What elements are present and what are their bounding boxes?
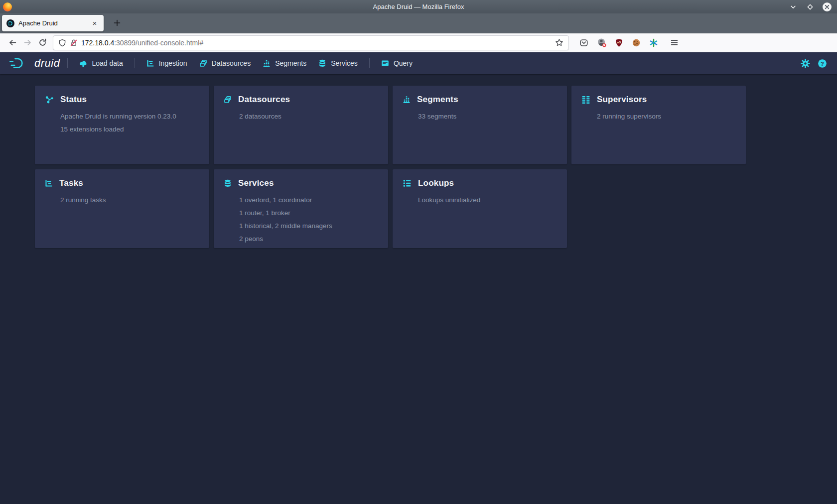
stacked-chart-icon — [403, 96, 411, 104]
browser-toolbar: 172.18.0.4:30899/unified-console.html# u… — [0, 33, 837, 52]
nav-divider — [67, 58, 68, 68]
close-circle-icon — [822, 2, 832, 12]
help-icon[interactable]: ? — [818, 59, 827, 68]
navbar-right: ? — [801, 59, 830, 68]
cloud-upload-icon — [79, 59, 87, 67]
maximize-button[interactable] — [805, 2, 815, 12]
graph-icon — [45, 95, 54, 104]
card-line: 2 datasources — [224, 110, 378, 123]
card-title: Segments — [417, 95, 458, 105]
url-host: 172.18.0.4 — [81, 39, 114, 47]
card-status[interactable]: Status Apache Druid is running version 0… — [35, 86, 209, 164]
nav-divider — [135, 58, 135, 68]
back-button[interactable] — [5, 35, 20, 50]
card-line: 33 segments — [403, 110, 557, 123]
minimize-button[interactable] — [788, 2, 798, 12]
card-tasks[interactable]: Tasks 2 running tasks — [35, 169, 209, 248]
colorful-asterisk-extension-button[interactable] — [649, 38, 659, 48]
nav-item-services[interactable]: Services — [312, 52, 364, 74]
nav-item-label: Load data — [92, 59, 123, 67]
druid-mark-icon — [9, 57, 30, 70]
forward-arrow-icon — [23, 38, 32, 47]
insecure-lock-icon[interactable] — [70, 39, 78, 47]
nav-item-label: Ingestion — [159, 59, 187, 67]
card-title: Supervisors — [597, 95, 647, 105]
card-line: 1 historical, 2 middle managers — [224, 220, 378, 233]
database-icon — [318, 59, 326, 67]
nav-item-label: Segments — [275, 59, 306, 67]
stacked-chart-icon — [263, 59, 271, 67]
close-button[interactable] — [822, 2, 832, 12]
druid-favicon — [6, 19, 14, 27]
card-line: 2 running tasks — [45, 194, 199, 207]
nav-item-query[interactable]: Query — [375, 52, 418, 74]
card-supervisors[interactable]: Supervisors 2 running supervisors — [571, 86, 746, 164]
url-bar[interactable]: 172.18.0.4:30899/unified-console.html# — [53, 35, 569, 50]
home-view: Status Apache Druid is running version 0… — [0, 74, 837, 248]
card-lookups[interactable]: Lookups Lookups uninitialized — [393, 169, 567, 248]
ublock-origin-icon: uO — [615, 38, 623, 47]
nav-item-segments[interactable]: Segments — [257, 52, 312, 74]
shield-icon[interactable] — [58, 39, 66, 47]
gantt-chart-icon — [45, 179, 53, 187]
tab-title: Apache Druid — [18, 19, 58, 27]
asterisk-extension-icon — [649, 38, 658, 47]
card-title: Datasources — [238, 95, 290, 105]
nav-item-datasources[interactable]: Datasources — [193, 52, 257, 74]
nav-item-label: Services — [331, 59, 358, 67]
card-datasources[interactable]: Datasources 2 datasources — [214, 86, 388, 164]
card-segments[interactable]: Segments 33 segments — [393, 86, 567, 164]
card-line: Apache Druid is running version 0.23.0 — [45, 110, 199, 123]
new-tab-button[interactable] — [110, 15, 125, 30]
application-icon — [381, 59, 389, 67]
forward-button[interactable] — [20, 35, 35, 50]
reload-icon — [38, 38, 47, 47]
tab-apache-druid[interactable]: Apache Druid × — [2, 15, 104, 31]
card-line: 1 overlord, 1 coordinator — [224, 194, 378, 207]
reload-button[interactable] — [35, 35, 50, 50]
navbar-items: Load dataIngestionDatasourcesSegmentsSer… — [62, 52, 418, 74]
nav-item-ingestion[interactable]: Ingestion — [140, 52, 193, 74]
gear-icon[interactable] — [801, 59, 810, 68]
nav-item-label: Datasources — [212, 59, 251, 67]
card-line: 2 running supervisors — [581, 110, 736, 123]
card-line: Lookups uninitialized — [403, 194, 557, 207]
pocket-button[interactable] — [579, 38, 589, 48]
window-controls — [788, 2, 837, 12]
window-title: Apache Druid — Mozilla Firefox — [0, 3, 837, 10]
ublock-origin-button[interactable]: uO — [614, 38, 624, 48]
card-title: Services — [238, 178, 274, 188]
card-services[interactable]: Services 1 overlord, 1 coordinator1 rout… — [214, 169, 388, 248]
properties-icon — [403, 179, 412, 188]
window-titlebar: Apache Druid — Mozilla Firefox — [0, 0, 837, 13]
cookie-extension-button[interactable] — [631, 38, 641, 48]
tab-close-icon[interactable]: × — [90, 19, 99, 28]
druid-wordmark: druid — [34, 57, 60, 70]
cookie-extension-icon — [632, 38, 641, 47]
pocket-icon — [579, 38, 588, 47]
nav-item-load-data[interactable]: Load data — [73, 52, 129, 74]
card-line: 15 extensions loaded — [45, 123, 199, 136]
nav-divider — [369, 58, 370, 68]
url-path: :30899/unified-console.html# — [114, 39, 203, 47]
card-line: 2 peons — [224, 233, 378, 246]
privacy-extension-button[interactable] — [596, 38, 606, 48]
back-arrow-icon — [8, 38, 17, 47]
menu-button[interactable] — [667, 35, 682, 50]
list-columns-icon — [581, 95, 590, 104]
card-title: Lookups — [418, 178, 454, 188]
plus-icon — [113, 19, 121, 27]
gantt-chart-icon — [146, 59, 154, 67]
bookmark-star-icon[interactable] — [555, 38, 563, 47]
druid-logo[interactable]: druid — [7, 57, 62, 70]
nav-item-label: Query — [394, 59, 413, 67]
extension-icons: uO — [579, 38, 659, 48]
svg-text:uO: uO — [617, 41, 621, 44]
tab-bar: Apache Druid × — [0, 13, 837, 33]
druid-navbar: druid Load dataIngestionDatasourcesSegme… — [0, 52, 837, 74]
diamond-icon — [807, 3, 814, 10]
chevron-down-icon — [790, 3, 797, 10]
hamburger-icon — [670, 38, 679, 47]
firefox-icon — [3, 2, 12, 11]
database-icon — [224, 179, 232, 187]
